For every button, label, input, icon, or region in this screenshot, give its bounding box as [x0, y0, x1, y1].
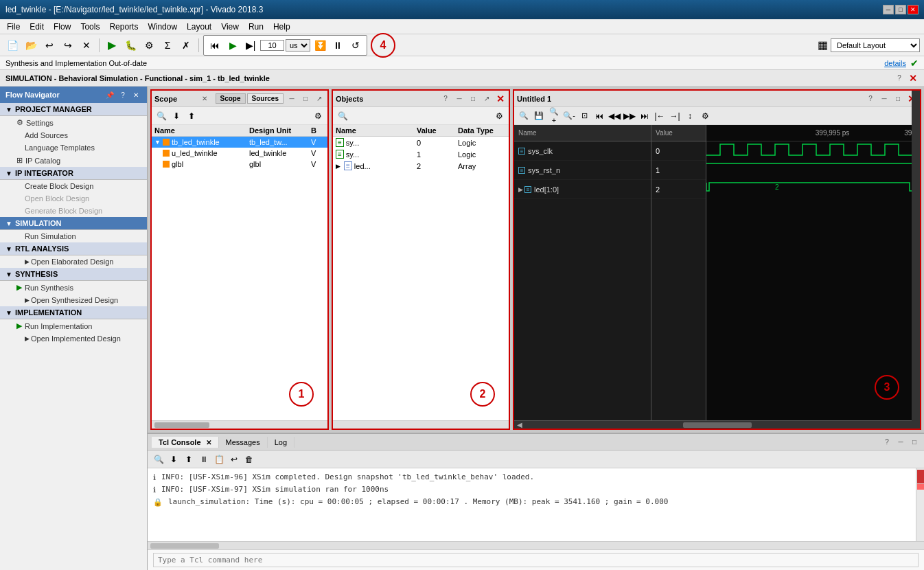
sim-to-end-button[interactable]: ⏬	[312, 37, 328, 54]
minimize-button[interactable]: ─	[883, 5, 894, 14]
wave-signal-led[interactable]: ▶ ≡ led[1:0]	[514, 180, 651, 199]
wave-snap-button[interactable]: |←	[653, 109, 667, 123]
wave-prev-button[interactable]: ⏮	[592, 109, 606, 123]
sim-close-button[interactable]: ✕	[908, 73, 919, 84]
scope-expand-all-button[interactable]: ⬇	[170, 109, 183, 123]
sim-time-input[interactable]: 10	[260, 40, 284, 51]
wave-help-button[interactable]: ?	[865, 93, 876, 104]
wave-expand-button[interactable]: ─	[879, 93, 890, 104]
menu-edit[interactable]: Edit	[25, 21, 48, 33]
flow-nav-pin[interactable]: 📌	[104, 89, 115, 100]
tcl-search-button[interactable]: 🔍	[152, 453, 165, 466]
wave-meas-button[interactable]: ↕	[683, 109, 697, 123]
scope-expand-button[interactable]: ─	[286, 93, 297, 104]
nav-item-add-sources[interactable]: Add Sources	[0, 129, 147, 141]
cancel-button[interactable]: ✗	[178, 37, 194, 54]
close-button[interactable]: ✕	[908, 5, 919, 14]
menu-help[interactable]: Help	[269, 21, 294, 33]
objects-maximize-button[interactable]: ↗	[481, 93, 492, 104]
menu-tools[interactable]: Tools	[76, 21, 104, 33]
menu-run[interactable]: Run	[244, 21, 268, 33]
objects-row-led[interactable]: ▶ ≡ led... 2 Array	[333, 160, 509, 172]
tcl-tab-log[interactable]: Log	[268, 437, 294, 448]
wave-graph[interactable]: 399,995 ps 399	[706, 125, 920, 420]
nav-item-settings[interactable]: ⚙ Settings	[0, 116, 147, 129]
scope-maximize-button[interactable]: ↗	[314, 93, 325, 104]
menu-layout[interactable]: Layout	[183, 21, 216, 33]
tcl-scrollbar-h[interactable]	[148, 541, 924, 549]
tcl-minimize-button[interactable]: ─	[895, 437, 906, 448]
tcl-command-input[interactable]	[153, 553, 919, 567]
nav-section-project-manager[interactable]: ▼ PROJECT MANAGER	[0, 103, 147, 116]
objects-close-button[interactable]: ✕	[495, 93, 506, 104]
wave-scrollbar-v[interactable]	[912, 91, 920, 429]
wave-save-button[interactable]: 💾	[532, 109, 546, 123]
scope-collapse-all-button[interactable]: ⬆	[185, 109, 198, 123]
layout-select[interactable]: Default Layout	[831, 38, 920, 52]
wave-search-button[interactable]: 🔍	[517, 109, 531, 123]
flow-nav-help[interactable]: ?	[117, 89, 128, 100]
debug-button[interactable]: 🐛	[122, 37, 139, 54]
scope-float-button[interactable]: □	[300, 93, 311, 104]
objects-gear-button[interactable]: ⚙	[492, 109, 506, 123]
wave-scroll-left[interactable]: ◀	[517, 421, 522, 429]
objects-row-sy2[interactable]: ≡ sy... 1 Logic	[333, 148, 509, 160]
menu-view[interactable]: View	[217, 21, 243, 33]
scope-row-tb-led-twinkle[interactable]: ▼ tb_led_twinkle tb_led_tw... V	[152, 137, 327, 148]
nav-item-open-impl[interactable]: ▶ Open Implemented Design	[0, 332, 147, 345]
tcl-float-button[interactable]: □	[909, 437, 920, 448]
sim-help-button[interactable]: ?	[894, 73, 905, 84]
details-link[interactable]: details	[884, 59, 906, 67]
delete-button[interactable]: ✕	[78, 37, 95, 54]
scope-search-button[interactable]: 🔍	[154, 109, 168, 123]
nav-item-run-impl[interactable]: ▶ Run Implementation	[0, 319, 147, 332]
tcl-expand-button[interactable]: ⬇	[167, 453, 181, 466]
nav-item-open-elab[interactable]: ▶ Open Elaborated Design	[0, 255, 147, 268]
menu-flow[interactable]: Flow	[49, 21, 75, 33]
scope-scrollbar[interactable]	[152, 420, 327, 429]
wave-zoom-out-button[interactable]: 🔍-	[562, 109, 576, 123]
nav-section-implementation[interactable]: ▼ IMPLEMENTATION	[0, 306, 147, 319]
wave-signal-sys-clk[interactable]: ≡ sys_clk	[514, 141, 651, 161]
wave-snap2-button[interactable]: →|	[668, 109, 682, 123]
tcl-scrollbar-v[interactable]	[916, 468, 924, 541]
nav-item-ip-catalog[interactable]: ⊞ IP Catalog	[0, 154, 147, 167]
sim-pause-button[interactable]: ⏸	[330, 37, 346, 54]
run-button[interactable]: ▶	[104, 37, 120, 54]
wave-scrollbar-h[interactable]: ◀ ▶	[514, 420, 920, 429]
objects-help-button[interactable]: ?	[440, 93, 451, 104]
wave-rewind-button[interactable]: ◀◀	[608, 109, 621, 123]
nav-item-open-synth[interactable]: ▶ Open Synthesized Design	[0, 294, 147, 306]
nav-item-run-synth[interactable]: ▶ Run Synthesis	[0, 281, 147, 294]
tcl-copy-button[interactable]: 📋	[212, 453, 226, 466]
scope-gear-button[interactable]: ⚙	[311, 109, 325, 123]
tcl-pause-button[interactable]: ⏸	[197, 453, 211, 466]
tcl-tab-close-button[interactable]: ✕	[206, 439, 211, 446]
wave-fwd-button[interactable]: ▶▶	[623, 109, 636, 123]
new-file-button[interactable]: 📄	[4, 37, 21, 54]
maximize-button[interactable]: □	[895, 5, 906, 14]
sim-play-button[interactable]: ▶	[224, 37, 241, 54]
objects-float-button[interactable]: □	[467, 93, 478, 104]
tcl-tab-messages[interactable]: Messages	[219, 437, 268, 448]
objects-scrollbar[interactable]	[333, 420, 509, 429]
sources-tab[interactable]: Sources	[247, 93, 284, 104]
menu-reports[interactable]: Reports	[105, 21, 142, 33]
objects-expand-button[interactable]: ─	[454, 93, 465, 104]
menu-window[interactable]: Window	[143, 21, 181, 33]
wave-fit-button[interactable]: ⊡	[577, 109, 591, 123]
sum-button[interactable]: Σ	[159, 37, 176, 54]
sim-restart-button[interactable]: ↺	[347, 37, 364, 54]
wave-next-button[interactable]: ⏭	[638, 109, 651, 123]
nav-section-rtl-analysis[interactable]: ▼ RTL ANALYSIS	[0, 242, 147, 255]
nav-section-ip-integrator[interactable]: ▼ IP INTEGRATOR	[0, 167, 147, 180]
wave-zoom-in-button[interactable]: 🔍+	[547, 109, 561, 123]
tcl-tab-console[interactable]: Tcl Console ✕	[152, 437, 219, 448]
tcl-clear-button[interactable]: 🗑	[242, 453, 256, 466]
scope-close-button[interactable]: ✕	[199, 93, 210, 104]
flow-nav-close[interactable]: ✕	[130, 89, 141, 100]
sim-rewind-button[interactable]: ⏮	[207, 37, 223, 54]
scope-row-glbl[interactable]: glbl glbl V	[152, 159, 327, 170]
redo-button[interactable]: ↪	[60, 37, 76, 54]
open-file-button[interactable]: 📂	[23, 37, 39, 54]
